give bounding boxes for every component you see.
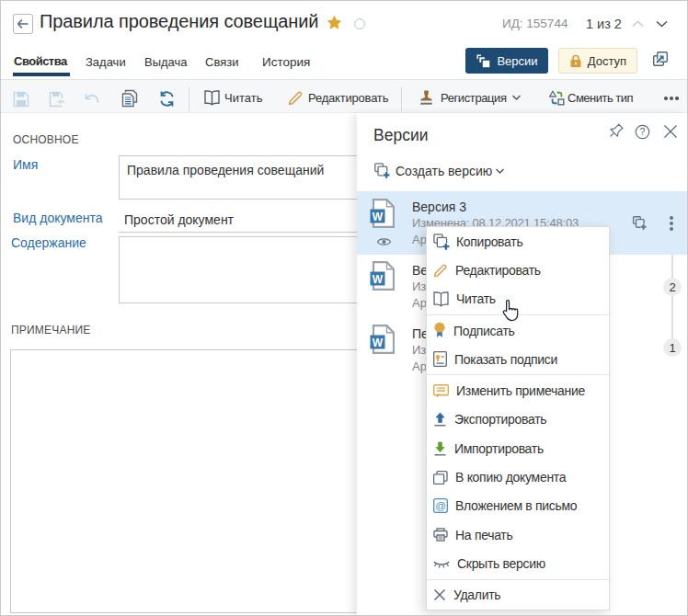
svg-text:W: W [373, 273, 384, 286]
svg-text:W: W [373, 211, 384, 223]
svg-text:W: W [373, 337, 384, 349]
svg-text:@: @ [435, 500, 445, 511]
svg-text:?: ? [640, 126, 646, 137]
